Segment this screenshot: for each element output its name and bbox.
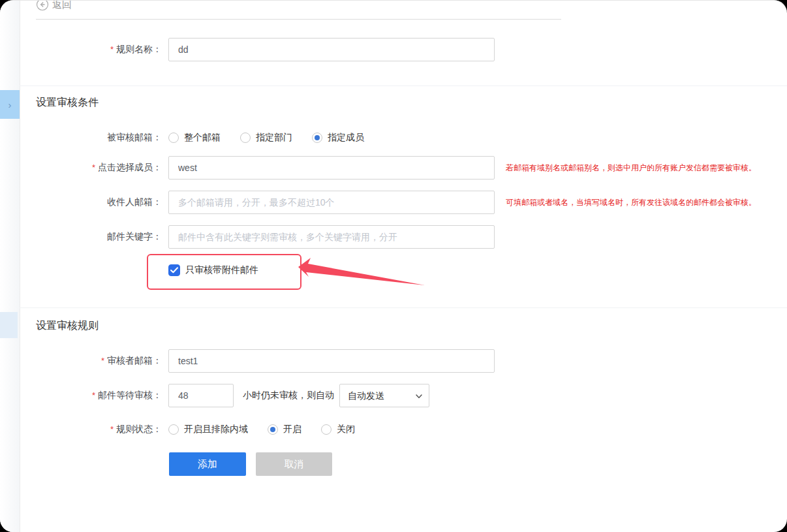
pending-review-suffix: 小时仍未审核，则自动 [243,390,334,401]
sidebar-expand-button[interactable]: › [0,90,20,119]
back-link[interactable]: 返回 [36,0,72,11]
rule-name-label: *规则名称： [0,44,162,55]
required-mark: * [92,390,95,400]
mail-keyword-input[interactable] [168,225,495,249]
radio-off[interactable]: 关闭 [321,424,355,435]
back-circle-arrow-icon [36,0,52,11]
radio-on[interactable]: 开启 [268,424,301,435]
reviewer-mailbox-row: *审核者邮箱： [0,349,495,373]
rule-status-label: *规则状态： [0,424,162,435]
reviewer-mailbox-label: *审核者邮箱： [0,355,162,367]
radio-icon [321,424,332,435]
rules-section-title: 设置审核规则 [36,319,99,333]
pending-review-label: *邮件等待审核： [0,390,162,401]
mail-keyword-label: 邮件关键字： [0,231,162,243]
conditions-section-title: 设置审核条件 [36,96,99,110]
recipient-mailbox-note: 可填邮箱或者域名，当填写域名时，所有发往该域名的邮件都会被审核。 [506,197,756,208]
rule-name-row: *规则名称： [0,38,495,61]
audited-mailbox-row: 被审核邮箱： 整个邮箱 指定部门 指定成员 [0,132,384,144]
radio-icon [268,424,278,435]
rule-status-radio-group: 开启且排除内域 开启 关闭 [168,424,375,435]
recipient-mailbox-label: 收件人邮箱： [0,196,162,208]
select-member-input[interactable] [168,156,495,180]
check-icon [170,267,178,274]
sidebar-highlight-patch [0,312,18,338]
rule-name-input[interactable] [168,38,495,61]
required-mark: * [110,44,114,54]
attachment-only-row: 只审核带附件邮件 [168,264,258,276]
add-button[interactable]: 添加 [169,452,246,476]
radio-icon [312,133,322,143]
pending-review-row: *邮件等待审核： 小时仍未审核，则自动 自动发送 [0,384,429,407]
radio-whole-mailbox[interactable]: 整个邮箱 [168,132,221,144]
required-mark: * [92,163,95,172]
collapsed-sidebar: › [0,1,20,532]
radio-specified-department[interactable]: 指定部门 [240,132,292,144]
required-mark: * [110,424,114,434]
audited-mailbox-label: 被审核邮箱： [0,132,162,144]
select-member-label: *点击选择成员： [0,162,162,174]
attachment-only-label[interactable]: 只审核带附件邮件 [185,264,258,276]
radio-on-exclude-internal[interactable]: 开启且排除内域 [168,424,248,435]
section-divider [20,86,787,86]
select-member-note: 若邮箱有域别名或邮箱别名，则选中用户的所有账户发信都需要被审核。 [506,163,756,174]
timeout-action-select[interactable]: 自动发送 [339,384,429,407]
select-member-row: *点击选择成员： 若邮箱有域别名或邮箱别名，则选中用户的所有账户发信都需要被审核… [0,156,756,180]
section-divider [20,307,787,308]
reviewer-mailbox-input[interactable] [168,349,495,373]
chevron-right-icon: › [8,99,12,110]
mail-keyword-row: 邮件关键字： [0,225,495,249]
radio-icon [240,133,251,143]
radio-icon [168,424,179,435]
rule-status-row: *规则状态： 开启且排除内域 开启 关闭 [0,424,375,435]
required-mark: * [101,356,104,366]
annotation-arrow-icon [297,255,427,289]
cancel-button[interactable]: 取消 [256,452,332,476]
audited-mailbox-radio-group: 整个邮箱 指定部门 指定成员 [168,132,384,144]
pending-hours-input[interactable] [168,384,234,407]
back-label: 返回 [52,0,72,11]
header-divider [36,19,561,20]
mail-audit-rule-page: › 返回 *规则名称： 设置审核条件 被审核邮箱： 整个邮箱 [0,0,787,532]
attachment-only-checkbox[interactable] [168,264,180,276]
recipient-mailbox-input[interactable] [168,191,495,214]
radio-specified-member[interactable]: 指定成员 [312,132,364,144]
radio-icon [168,133,179,143]
recipient-mailbox-row: 收件人邮箱： 可填邮箱或者域名，当填写域名时，所有发往该域名的邮件都会被审核。 [0,191,756,214]
